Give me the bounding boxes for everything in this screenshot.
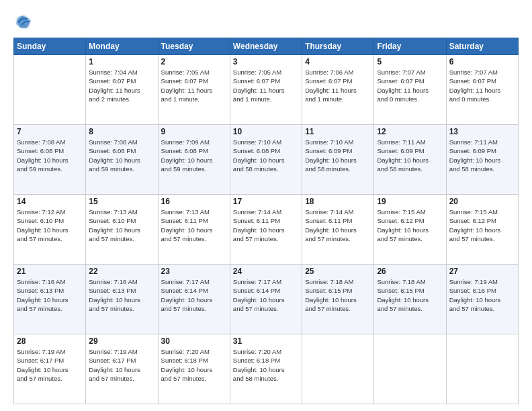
day-info: Sunrise: 7:11 AM Sunset: 6:09 PM Dayligh… [449, 138, 515, 173]
day-number: 19 [377, 197, 443, 206]
week-row-3: 21Sunrise: 7:16 AM Sunset: 6:13 PM Dayli… [14, 265, 519, 334]
header [13, 12, 519, 31]
day-cell: 30Sunrise: 7:20 AM Sunset: 6:18 PM Dayli… [158, 334, 230, 404]
day-info: Sunrise: 7:14 AM Sunset: 6:11 PM Dayligh… [233, 208, 299, 243]
day-info: Sunrise: 7:18 AM Sunset: 6:15 PM Dayligh… [305, 277, 371, 313]
day-number: 21 [17, 267, 83, 276]
weekday-friday: Friday [374, 38, 446, 55]
day-cell: 8Sunrise: 7:08 AM Sunset: 6:08 PM Daylig… [86, 125, 158, 195]
day-number: 29 [89, 336, 154, 346]
day-number: 14 [17, 197, 83, 206]
day-info: Sunrise: 7:20 AM Sunset: 6:18 PM Dayligh… [161, 347, 227, 383]
day-number: 2 [161, 57, 227, 66]
day-number: 9 [161, 127, 227, 136]
day-number: 20 [449, 197, 515, 206]
day-cell: 18Sunrise: 7:14 AM Sunset: 6:11 PM Dayli… [302, 195, 374, 265]
day-number: 27 [449, 267, 515, 276]
day-cell: 7Sunrise: 7:08 AM Sunset: 6:08 PM Daylig… [14, 125, 86, 195]
day-info: Sunrise: 7:14 AM Sunset: 6:11 PM Dayligh… [305, 208, 371, 243]
day-number: 18 [305, 197, 371, 206]
day-number: 31 [233, 336, 299, 346]
day-cell: 9Sunrise: 7:09 AM Sunset: 6:08 PM Daylig… [158, 125, 230, 195]
day-number: 4 [305, 57, 371, 66]
week-row-4: 28Sunrise: 7:19 AM Sunset: 6:17 PM Dayli… [14, 334, 519, 404]
day-cell: 21Sunrise: 7:16 AM Sunset: 6:13 PM Dayli… [14, 265, 86, 334]
day-cell: 27Sunrise: 7:19 AM Sunset: 6:16 PM Dayli… [446, 265, 518, 334]
day-cell: 2Sunrise: 7:05 AM Sunset: 6:07 PM Daylig… [158, 55, 230, 125]
day-info: Sunrise: 7:07 AM Sunset: 6:07 PM Dayligh… [449, 68, 515, 103]
day-cell: 22Sunrise: 7:16 AM Sunset: 6:13 PM Dayli… [86, 265, 158, 334]
calendar-table: SundayMondayTuesdayWednesdayThursdayFrid… [13, 38, 519, 404]
day-cell: 14Sunrise: 7:12 AM Sunset: 6:10 PM Dayli… [14, 195, 86, 265]
day-info: Sunrise: 7:10 AM Sunset: 6:09 PM Dayligh… [305, 138, 371, 173]
day-info: Sunrise: 7:13 AM Sunset: 6:10 PM Dayligh… [89, 208, 154, 243]
day-cell [302, 334, 374, 404]
weekday-header-row: SundayMondayTuesdayWednesdayThursdayFrid… [14, 38, 519, 55]
day-number: 3 [233, 57, 299, 66]
day-number: 22 [89, 267, 154, 276]
day-cell: 5Sunrise: 7:07 AM Sunset: 6:07 PM Daylig… [374, 55, 446, 125]
day-cell: 13Sunrise: 7:11 AM Sunset: 6:09 PM Dayli… [446, 125, 518, 195]
day-cell: 25Sunrise: 7:18 AM Sunset: 6:15 PM Dayli… [302, 265, 374, 334]
day-info: Sunrise: 7:06 AM Sunset: 6:07 PM Dayligh… [305, 68, 371, 103]
day-cell: 1Sunrise: 7:04 AM Sunset: 6:07 PM Daylig… [86, 55, 158, 125]
week-row-1: 7Sunrise: 7:08 AM Sunset: 6:08 PM Daylig… [14, 125, 519, 195]
day-info: Sunrise: 7:15 AM Sunset: 6:12 PM Dayligh… [449, 208, 515, 243]
calendar-page: SundayMondayTuesdayWednesdayThursdayFrid… [0, 0, 532, 411]
day-cell: 19Sunrise: 7:15 AM Sunset: 6:12 PM Dayli… [374, 195, 446, 265]
day-number: 17 [233, 197, 299, 206]
day-info: Sunrise: 7:13 AM Sunset: 6:11 PM Dayligh… [161, 208, 227, 243]
week-row-2: 14Sunrise: 7:12 AM Sunset: 6:10 PM Dayli… [14, 195, 519, 265]
day-cell: 20Sunrise: 7:15 AM Sunset: 6:12 PM Dayli… [446, 195, 518, 265]
day-cell: 31Sunrise: 7:20 AM Sunset: 6:18 PM Dayli… [230, 334, 302, 404]
day-number: 28 [17, 336, 83, 346]
day-number: 13 [449, 127, 515, 136]
weekday-saturday: Saturday [446, 38, 518, 55]
weekday-sunday: Sunday [14, 38, 86, 55]
week-row-0: 1Sunrise: 7:04 AM Sunset: 6:07 PM Daylig… [14, 55, 519, 125]
day-number: 11 [305, 127, 371, 136]
weekday-thursday: Thursday [302, 38, 374, 55]
day-info: Sunrise: 7:17 AM Sunset: 6:14 PM Dayligh… [161, 277, 227, 313]
day-info: Sunrise: 7:10 AM Sunset: 6:08 PM Dayligh… [233, 138, 299, 173]
logo [13, 12, 35, 31]
day-info: Sunrise: 7:08 AM Sunset: 6:08 PM Dayligh… [89, 138, 154, 173]
day-cell: 3Sunrise: 7:05 AM Sunset: 6:07 PM Daylig… [230, 55, 302, 125]
day-info: Sunrise: 7:19 AM Sunset: 6:17 PM Dayligh… [89, 347, 154, 383]
day-number: 25 [305, 267, 371, 276]
day-cell: 15Sunrise: 7:13 AM Sunset: 6:10 PM Dayli… [86, 195, 158, 265]
day-number: 15 [89, 197, 154, 206]
day-info: Sunrise: 7:20 AM Sunset: 6:18 PM Dayligh… [233, 347, 299, 383]
day-info: Sunrise: 7:16 AM Sunset: 6:13 PM Dayligh… [17, 277, 83, 313]
day-info: Sunrise: 7:05 AM Sunset: 6:07 PM Dayligh… [161, 68, 227, 103]
day-cell: 29Sunrise: 7:19 AM Sunset: 6:17 PM Dayli… [86, 334, 158, 404]
day-info: Sunrise: 7:19 AM Sunset: 6:17 PM Dayligh… [17, 347, 83, 383]
day-info: Sunrise: 7:16 AM Sunset: 6:13 PM Dayligh… [89, 277, 154, 313]
weekday-monday: Monday [86, 38, 158, 55]
day-info: Sunrise: 7:15 AM Sunset: 6:12 PM Dayligh… [377, 208, 443, 243]
day-info: Sunrise: 7:05 AM Sunset: 6:07 PM Dayligh… [233, 68, 299, 103]
day-cell: 10Sunrise: 7:10 AM Sunset: 6:08 PM Dayli… [230, 125, 302, 195]
day-number: 26 [377, 267, 443, 276]
day-cell [14, 55, 86, 125]
day-cell: 26Sunrise: 7:18 AM Sunset: 6:15 PM Dayli… [374, 265, 446, 334]
day-cell: 12Sunrise: 7:11 AM Sunset: 6:09 PM Dayli… [374, 125, 446, 195]
day-info: Sunrise: 7:19 AM Sunset: 6:16 PM Dayligh… [449, 277, 515, 313]
logo-icon [13, 12, 32, 31]
day-number: 23 [161, 267, 227, 276]
day-info: Sunrise: 7:07 AM Sunset: 6:07 PM Dayligh… [377, 68, 443, 103]
day-cell: 4Sunrise: 7:06 AM Sunset: 6:07 PM Daylig… [302, 55, 374, 125]
day-number: 5 [377, 57, 443, 66]
day-number: 10 [233, 127, 299, 136]
day-info: Sunrise: 7:18 AM Sunset: 6:15 PM Dayligh… [377, 277, 443, 313]
day-cell [446, 334, 518, 404]
day-cell: 11Sunrise: 7:10 AM Sunset: 6:09 PM Dayli… [302, 125, 374, 195]
day-cell: 16Sunrise: 7:13 AM Sunset: 6:11 PM Dayli… [158, 195, 230, 265]
day-number: 16 [161, 197, 227, 206]
day-info: Sunrise: 7:12 AM Sunset: 6:10 PM Dayligh… [17, 208, 83, 243]
day-number: 30 [161, 336, 227, 346]
day-info: Sunrise: 7:09 AM Sunset: 6:08 PM Dayligh… [161, 138, 227, 173]
day-number: 6 [449, 57, 515, 66]
day-cell: 6Sunrise: 7:07 AM Sunset: 6:07 PM Daylig… [446, 55, 518, 125]
weekday-tuesday: Tuesday [158, 38, 230, 55]
